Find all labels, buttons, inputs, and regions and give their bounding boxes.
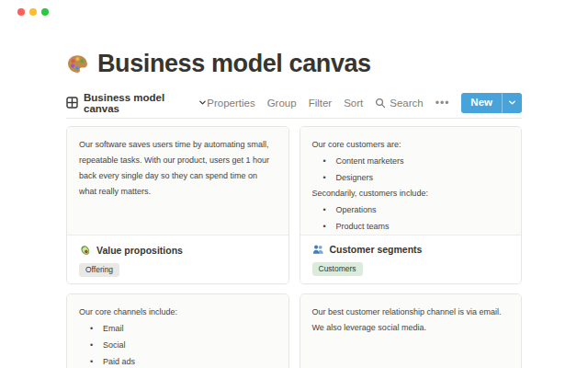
card-customer-relationships[interactable]: Our best customer relationship channel i… <box>300 293 523 368</box>
card-preview-list-item: Product teams <box>312 218 510 235</box>
view-switcher-label: Business model canvas <box>84 92 193 114</box>
card-preview: Our core customers are: Content marketer… <box>300 127 522 235</box>
new-button[interactable]: New <box>461 93 522 113</box>
card-title: Customer segments <box>330 244 423 255</box>
page-title: Business model canvas <box>97 50 371 78</box>
new-button-label[interactable]: New <box>461 93 502 113</box>
card-preview-list-item: Designers <box>312 169 510 186</box>
card-customer-segments[interactable]: Our core customers are: Content marketer… <box>300 126 523 284</box>
search-button[interactable]: Search <box>375 98 423 109</box>
more-options-button[interactable]: ••• <box>435 97 450 109</box>
chevron-down-icon <box>508 98 516 107</box>
card-channels[interactable]: Our core channels include: Email Social … <box>66 293 289 368</box>
chevron-down-icon <box>198 98 207 107</box>
group-button[interactable]: Group <box>267 98 297 109</box>
search-label: Search <box>390 98 423 109</box>
minimize-window-button[interactable] <box>29 8 37 16</box>
database-toolbar: Business model canvas Properties Group F… <box>66 92 522 113</box>
card-preview-text: Our core customers are: <box>312 137 510 153</box>
people-icon <box>312 244 324 255</box>
card-preview: Our best customer relationship channel i… <box>300 294 522 368</box>
card-preview-list-item: Email <box>79 320 277 337</box>
card-footer: Value propositions Offering <box>67 236 288 284</box>
window-controls <box>17 8 49 16</box>
sort-button[interactable]: Sort <box>344 98 363 109</box>
card-preview-list-item: Social <box>79 337 277 353</box>
avocado-icon <box>79 244 91 256</box>
zoom-window-button[interactable] <box>41 8 49 16</box>
card-preview: Our software saves users time by automat… <box>67 127 288 235</box>
view-switcher[interactable]: Business model canvas <box>66 92 207 114</box>
palette-icon <box>66 52 89 75</box>
card-preview-text: Secondarily, customers include: <box>312 186 510 201</box>
table-view-icon <box>66 97 78 109</box>
board-grid: Our software saves users time by automat… <box>66 126 522 368</box>
card-title: Value propositions <box>96 245 183 256</box>
card-preview-text: Our core channels include: <box>79 305 277 320</box>
card-footer: Customer segments Customers <box>300 236 522 284</box>
card-preview: Our core channels include: Email Social … <box>67 294 288 368</box>
card-preview-list-item: Paid ads <box>79 353 277 368</box>
search-icon <box>375 98 386 109</box>
card-value-propositions[interactable]: Our software saves users time by automat… <box>66 126 289 284</box>
close-window-button[interactable] <box>17 8 25 16</box>
card-preview-list-item: Content marketers <box>312 153 510 169</box>
tag-offering: Offering <box>79 263 119 277</box>
card-preview-text: Our best customer relationship channel i… <box>312 305 510 336</box>
filter-button[interactable]: Filter <box>309 98 333 109</box>
tag-customers: Customers <box>312 262 363 276</box>
page-header: Business model canvas <box>66 50 522 78</box>
toolbar-divider <box>66 118 522 119</box>
card-preview-text: Our software saves users time by automat… <box>79 137 277 200</box>
new-dropdown-button[interactable] <box>502 93 522 113</box>
card-preview-list-item: Operations <box>312 201 510 218</box>
properties-button[interactable]: Properties <box>207 98 254 109</box>
